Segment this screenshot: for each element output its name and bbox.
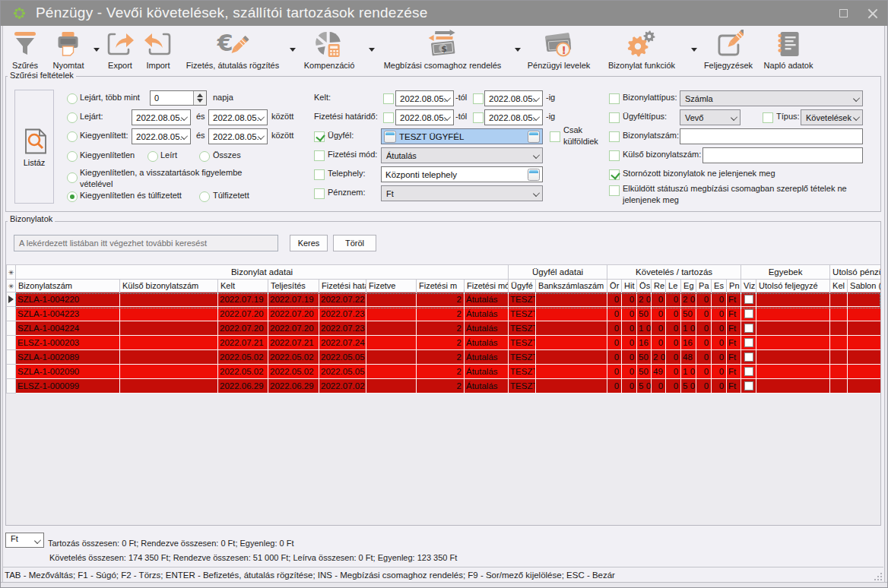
radio-written-off[interactable] (147, 151, 158, 162)
table-cell[interactable]: 2022.07.22 (319, 292, 366, 307)
viz-checkbox[interactable] (744, 324, 753, 333)
viz-cell[interactable] (741, 321, 756, 336)
type-checkbox[interactable] (763, 112, 773, 123)
table-column-header[interactable]: Pa (696, 280, 712, 292)
table-cell[interactable]: SZLA-1-004223 (16, 307, 120, 321)
table-cell[interactable]: 0 (666, 336, 681, 350)
table-cell[interactable]: ELSZ-1-000203 (16, 336, 120, 350)
summary-currency-combo[interactable]: Ft (5, 533, 44, 548)
table-cell[interactable] (830, 336, 848, 350)
viz-checkbox[interactable] (744, 338, 753, 347)
table-cell[interactable]: 50 (637, 307, 652, 321)
table-cell[interactable]: Ft (727, 307, 741, 321)
spinner-up-icon[interactable] (197, 93, 203, 97)
table-row[interactable]: ELSZ-1-0000992022.06.292022.06.292022.07… (7, 379, 881, 394)
maximize-button[interactable] (839, 9, 848, 17)
table-cell[interactable]: Átutalás (465, 379, 509, 394)
table-cell[interactable]: TESZT (509, 350, 536, 365)
table-cell[interactable]: 0 (607, 336, 622, 350)
table-cell[interactable]: 0 (666, 321, 681, 336)
table-cell[interactable]: 2 (417, 292, 465, 307)
table-cell[interactable]: 0 (622, 307, 637, 321)
table-cell[interactable]: 0 (712, 321, 727, 336)
table-cell[interactable] (756, 350, 830, 365)
table-cell[interactable]: 0 (712, 379, 727, 394)
currency-checkbox[interactable] (314, 188, 325, 199)
table-cell[interactable]: 48 (681, 350, 696, 365)
table-cell[interactable] (366, 379, 417, 394)
toolbar-dropdown-arrow[interactable] (691, 48, 697, 52)
table-cell[interactable] (366, 336, 417, 350)
table-cell[interactable]: 49 (652, 365, 666, 379)
toolbar-dropdown-arrow[interactable] (94, 48, 100, 52)
table-cell[interactable]: 0 (666, 350, 681, 365)
select-all-cell[interactable]: ✳ (7, 265, 16, 280)
table-group-header[interactable]: Bizonylat adatai (16, 265, 509, 280)
payment-method-checkbox[interactable] (314, 150, 325, 161)
search-button[interactable]: Keres (290, 235, 328, 251)
hide-sent-package-items-checkbox[interactable] (609, 185, 620, 196)
viz-checkbox[interactable] (744, 309, 753, 318)
table-cell[interactable]: 2022.07.20 (218, 321, 268, 336)
table-cell[interactable]: 0 (712, 350, 727, 365)
table-cell[interactable] (366, 292, 417, 307)
table-cell[interactable] (830, 307, 848, 321)
table-cell[interactable]: Átutalás (465, 336, 509, 350)
table-cell[interactable] (536, 365, 607, 379)
viz-checkbox[interactable] (744, 352, 753, 362)
toolbar-dropdown-arrow[interactable] (515, 48, 521, 52)
table-column-header[interactable]: Viz (741, 280, 756, 292)
viz-cell[interactable] (741, 336, 756, 350)
table-cell[interactable] (830, 321, 848, 336)
table-cell[interactable]: 2022.07.20 (268, 321, 319, 336)
table-cell[interactable] (120, 365, 218, 379)
resize-grip[interactable] (873, 571, 882, 580)
table-cell[interactable]: Átutalás (465, 321, 509, 336)
table-cell[interactable]: 0 (696, 379, 712, 394)
table-cell[interactable]: 2022.05.02 (268, 365, 319, 379)
table-cell[interactable] (830, 379, 848, 394)
table-cell[interactable]: 2 (417, 350, 465, 365)
table-cell[interactable]: 0 (607, 350, 622, 365)
table-cell[interactable]: 50 (637, 350, 652, 365)
row-selector-cell[interactable] (7, 292, 16, 307)
table-column-header[interactable]: Le (666, 280, 681, 292)
customer-checkbox[interactable] (314, 131, 325, 142)
table-cell[interactable]: 0 (652, 307, 666, 321)
table-cell[interactable]: TESZT (509, 365, 536, 379)
table-cell[interactable]: 0 (622, 365, 637, 379)
radio-overpaid[interactable] (199, 191, 210, 202)
table-cell[interactable]: 2022.05.02 (268, 350, 319, 365)
close-button[interactable] (867, 8, 879, 20)
table-group-header[interactable]: Egyebek (741, 265, 830, 280)
radio-unsettled-with-retentions[interactable] (67, 172, 78, 183)
radio-settled-range[interactable] (67, 131, 78, 142)
table-cell[interactable]: 0 (712, 336, 727, 350)
table-cell[interactable]: 0 (666, 379, 681, 394)
table-cell[interactable]: 0 (696, 365, 712, 379)
customer-field[interactable]: TESZT ÜGYFÉL (381, 128, 543, 144)
table-cell[interactable]: 0 (696, 350, 712, 365)
table-cell[interactable]: 50 (637, 365, 652, 379)
table-cell[interactable]: Átutalás (465, 365, 509, 379)
table-cell[interactable]: 0 (607, 365, 622, 379)
table-cell[interactable]: SZLA-1-002090 (16, 365, 120, 379)
table-column-header[interactable]: Bizonylatszám (16, 280, 120, 292)
clear-button[interactable]: Töröl (333, 235, 376, 251)
table-cell[interactable]: Ft (727, 379, 741, 394)
table-cell[interactable]: Ft (727, 336, 741, 350)
table-cell[interactable]: SZLA-1-002089 (16, 350, 120, 365)
table-cell[interactable] (830, 292, 848, 307)
table-column-header[interactable]: Külső bizonylatszám (120, 280, 218, 292)
table-cell[interactable] (848, 379, 880, 394)
table-column-header[interactable]: Fizetési m (417, 280, 465, 292)
table-cell[interactable]: 0 (696, 307, 712, 321)
only-foreign-checkbox[interactable] (550, 131, 560, 142)
table-cell[interactable]: SZLA-1-004220 (16, 292, 120, 307)
payment-method-combo[interactable]: Átutalás (381, 147, 543, 163)
table-cell[interactable]: 2022.05.02 (218, 365, 268, 379)
table-cell[interactable]: 2022.05.05 (319, 365, 366, 379)
table-column-header[interactable]: Kel (830, 280, 848, 292)
table-cell[interactable] (830, 350, 848, 365)
table-cell[interactable]: 2022.07.23 (319, 307, 366, 321)
